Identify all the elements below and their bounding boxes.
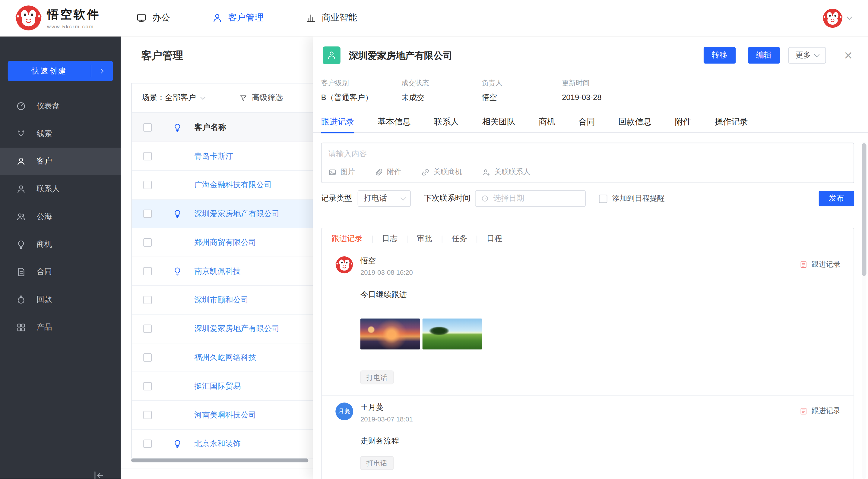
customer-link[interactable]: 南京凯佩科技 (194, 266, 241, 275)
feed-tab-schedule[interactable]: 日程 (477, 234, 512, 244)
feed-tab-approvals[interactable]: 审批 (407, 234, 442, 244)
row-checkbox[interactable] (143, 152, 152, 161)
row-checkbox[interactable] (143, 382, 152, 390)
photo-thumbnail[interactable] (361, 318, 420, 349)
link-opportunity-button[interactable]: 关联商机 (421, 167, 462, 177)
nav-customer-management[interactable]: 客户管理 (212, 12, 264, 24)
tab-opportunities[interactable]: 商机 (539, 110, 555, 133)
vertical-scrollbar-track[interactable] (862, 142, 867, 479)
person-icon (212, 13, 223, 23)
chevron-down-icon (814, 52, 819, 57)
feed-record-type-label: 跟进记录 (812, 260, 840, 269)
attach-file-button[interactable]: 附件 (375, 167, 401, 177)
customer-link[interactable]: 郑州商贸有限公司 (194, 237, 256, 246)
close-icon[interactable]: × (844, 50, 852, 61)
quick-create-expand[interactable] (91, 65, 113, 77)
tab-contacts[interactable]: 联系人 (434, 110, 459, 133)
feed-content: 走财务流程 (361, 436, 840, 446)
publish-button[interactable]: 发布 (819, 191, 854, 206)
scene-filter-dropdown[interactable]: 场景：全部客户 (142, 93, 205, 103)
customer-link[interactable]: 广海金融科技有限公司 (194, 180, 272, 189)
sidebar-item-dashboard[interactable]: 仪表盘 (0, 93, 121, 120)
link-contact-button[interactable]: 关联联系人 (482, 167, 530, 177)
customer-link[interactable]: 深圳爱家房地产有限公司 (194, 209, 280, 217)
customer-link[interactable]: 深圳市颐和公司 (194, 295, 249, 304)
nav-office[interactable]: 办公 (136, 12, 170, 24)
sidebar-item-receivables[interactable]: 回款 (0, 286, 121, 314)
sidebar-item-opportunities[interactable]: 商机 (0, 231, 121, 258)
next-contact-date-input[interactable]: 选择日期 (475, 190, 586, 207)
horizontal-scrollbar[interactable] (131, 458, 308, 463)
tab-receivables[interactable]: 回款信息 (618, 110, 651, 133)
author-avatar (335, 256, 353, 274)
feed-tab-follow-records[interactable]: 跟进记录 (332, 234, 372, 244)
feed-tab-tasks[interactable]: 任务 (442, 234, 477, 244)
row-checkbox[interactable] (143, 440, 152, 448)
sidebar-item-customers[interactable]: 客户 (0, 148, 121, 175)
more-button[interactable]: 更多 (788, 47, 826, 64)
customer-link[interactable]: 青岛卡斯汀 (194, 151, 233, 160)
brand[interactable]: 悟空软件 www.5kcrm.com (0, 5, 121, 31)
composer-input[interactable] (321, 143, 854, 164)
quick-create-button[interactable]: 快速创建 (8, 61, 113, 81)
photo-thumbnail[interactable] (422, 318, 482, 349)
tab-operation-log[interactable]: 操作记录 (715, 110, 748, 133)
row-checkbox[interactable] (143, 353, 152, 362)
feed-timestamp: 2019-03-08 16:20 (361, 269, 413, 277)
record-type-label: 记录类型 (321, 194, 352, 203)
row-checkbox[interactable] (143, 296, 152, 304)
top-header: 悟空软件 www.5kcrm.com 办公 客户管理 商业智能 (0, 0, 868, 36)
tab-attachments[interactable]: 附件 (675, 110, 691, 133)
transfer-button[interactable]: 转移 (704, 47, 736, 64)
row-checkbox[interactable] (143, 238, 152, 247)
select-all-checkbox[interactable] (143, 123, 152, 131)
calendar-reminder-option[interactable]: 添加到日程提醒 (599, 194, 665, 203)
tab-team[interactable]: 相关团队 (482, 110, 516, 133)
sidebar-item-label: 回款 (36, 295, 52, 305)
feed-tabs: 跟进记录 日志 审批 任务 日程 (321, 228, 854, 249)
vertical-scrollbar[interactable] (862, 143, 867, 276)
nav-customer-label: 客户管理 (228, 12, 263, 24)
user-menu[interactable] (823, 8, 868, 28)
tab-contracts[interactable]: 合同 (579, 110, 595, 133)
field-value: 未成交 (401, 93, 482, 103)
bulb-icon (173, 209, 182, 218)
sidebar-item-leads[interactable]: 线索 (0, 120, 121, 148)
record-type-select[interactable]: 打电话 (358, 190, 411, 207)
image-icon (328, 168, 337, 176)
customer-link[interactable]: 北京永和装饰 (194, 439, 241, 447)
user-avatar[interactable] (823, 8, 843, 28)
row-checkbox[interactable] (143, 267, 152, 276)
sidebar-item-pool[interactable]: 公海 (0, 203, 121, 231)
tab-basic-info[interactable]: 基本信息 (378, 110, 411, 133)
advanced-filter-button[interactable]: 高级筛选 (239, 93, 283, 103)
reminder-checkbox[interactable] (599, 194, 608, 203)
row-checkbox[interactable] (143, 181, 152, 189)
attach-image-button[interactable]: 图片 (328, 167, 355, 177)
customer-link[interactable]: 深圳爱家房地产有限公司 (194, 324, 280, 333)
customer-link[interactable]: 挺汇国际贸易 (194, 381, 241, 390)
tool-label: 附件 (387, 167, 401, 177)
opportunity-icon (16, 240, 26, 249)
feed-tab-logs[interactable]: 日志 (372, 234, 407, 244)
bulb-icon (173, 439, 182, 448)
row-checkbox[interactable] (143, 411, 152, 419)
field-value: B（普通客户） (321, 93, 401, 103)
date-placeholder: 选择日期 (493, 194, 524, 203)
nav-business-intelligence[interactable]: 商业智能 (306, 12, 357, 24)
author-name: 王月蔓 (361, 403, 413, 412)
sidebar-item-label: 线索 (36, 129, 52, 139)
scene-filter-label: 场景：全部客户 (142, 93, 196, 103)
row-checkbox[interactable] (143, 210, 152, 218)
customer-link[interactable]: 河南美啊科技公司 (194, 410, 256, 419)
monitor-icon (136, 13, 147, 23)
customer-link[interactable]: 福州久屹网络科技 (194, 352, 256, 361)
tab-follow-records[interactable]: 跟进记录 (321, 110, 354, 133)
sidebar-item-contacts[interactable]: 联系人 (0, 175, 121, 203)
edit-button[interactable]: 编辑 (748, 47, 780, 64)
quick-create-label: 快速创建 (8, 66, 91, 76)
sidebar-collapse-button[interactable] (93, 469, 105, 479)
sidebar-item-contracts[interactable]: 合同 (0, 258, 121, 286)
sidebar-item-products[interactable]: 产品 (0, 314, 121, 341)
row-checkbox[interactable] (143, 324, 152, 333)
